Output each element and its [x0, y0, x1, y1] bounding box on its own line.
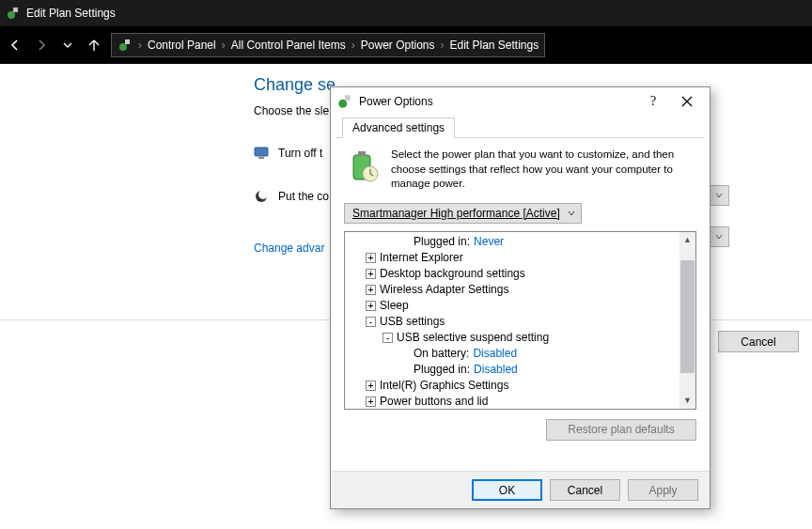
expand-icon[interactable]: + [366, 381, 376, 391]
app-icon [6, 6, 21, 21]
power-options-dialog: Power Options ? Advanced settings Select… [330, 86, 710, 509]
dialog-titlebar[interactable]: Power Options ? [331, 87, 710, 116]
tree-label: Desktop background settings [380, 267, 525, 280]
tree-node-usb-selective-suspend[interactable]: -USB selective suspend setting [349, 330, 695, 346]
expand-icon[interactable]: + [366, 269, 376, 279]
tree-label: Wireless Adapter Settings [380, 283, 508, 296]
tree-label: On battery: [414, 347, 469, 360]
svg-rect-11 [358, 151, 366, 156]
chevron-right-icon: › [138, 39, 142, 52]
cancel-label: Cancel [568, 484, 602, 497]
turn-off-display-label: Turn off t [278, 147, 322, 160]
tree-label: Internet Explorer [380, 251, 463, 264]
ok-label: OK [499, 484, 515, 497]
tab-advanced-settings[interactable]: Advanced settings [342, 117, 455, 138]
collapse-icon[interactable]: - [383, 333, 393, 343]
dialog-tabstrip: Advanced settings [336, 116, 704, 138]
dialog-icon [336, 93, 353, 110]
svg-rect-3 [125, 39, 130, 44]
dialog-title: Power Options [359, 95, 433, 108]
battery-icon [344, 148, 382, 189]
location-icon [117, 38, 133, 53]
tree-label: Plugged in: [414, 363, 470, 376]
tab-label: Advanced settings [352, 121, 445, 134]
svg-rect-4 [255, 148, 268, 156]
nav-toolbar: › Control Panel › All Control Panel Item… [0, 26, 812, 64]
breadcrumb-seg-3[interactable]: Power Options [361, 39, 435, 52]
expand-icon[interactable]: + [366, 301, 376, 311]
back-button[interactable] [6, 36, 24, 54]
recent-locations-button[interactable] [58, 36, 77, 54]
chevron-right-icon: › [440, 39, 444, 52]
dialog-button-row: OK Cancel Apply [331, 471, 710, 508]
power-plan-dropdown[interactable]: Smartmanager High performance [Active] [344, 203, 582, 224]
up-button[interactable] [85, 36, 103, 54]
power-plan-selected: Smartmanager High performance [Active] [352, 207, 560, 220]
tree-label: USB settings [380, 315, 445, 328]
svg-rect-1 [13, 8, 18, 12]
advanced-settings-link[interactable]: Change advar [254, 241, 324, 255]
tree-value[interactable]: Disabled [473, 347, 517, 360]
sleep-dropdown-partial[interactable] [709, 226, 729, 247]
breadcrumb-bar[interactable]: › Control Panel › All Control Panel Item… [111, 33, 545, 57]
breadcrumb-seg-2[interactable]: All Control Panel Items [231, 39, 346, 52]
scroll-thumb[interactable] [680, 260, 695, 373]
tree-label: USB selective suspend setting [397, 331, 549, 344]
tree-value[interactable]: Disabled [474, 363, 518, 376]
chevron-right-icon: › [351, 39, 355, 52]
page-cancel-button[interactable]: Cancel [718, 331, 799, 352]
breadcrumb-seg-4[interactable]: Edit Plan Settings [449, 39, 539, 52]
chevron-down-icon [568, 210, 575, 217]
expand-icon[interactable]: + [366, 397, 376, 407]
tree-label: Sleep [380, 299, 409, 312]
chevron-right-icon: › [222, 39, 226, 52]
tree-label: Power buttons and lid [380, 395, 488, 408]
display-dropdown-partial[interactable] [709, 185, 729, 206]
window-titlebar: Edit Plan Settings [0, 0, 812, 26]
tree-node-intel-graphics[interactable]: +Intel(R) Graphics Settings [349, 378, 695, 394]
tree-node-desktop-background[interactable]: +Desktop background settings [349, 266, 695, 282]
svg-point-8 [338, 100, 347, 108]
svg-rect-5 [258, 157, 264, 159]
tree-node-plugged-in-never[interactable]: Plugged in:Never [349, 234, 695, 250]
svg-rect-9 [345, 95, 351, 101]
tree-node-internet-explorer[interactable]: +Internet Explorer [349, 250, 695, 266]
restore-defaults-label: Restore plan defaults [568, 423, 674, 436]
scroll-down-icon[interactable]: ▼ [679, 393, 695, 409]
moon-icon [254, 189, 269, 204]
help-button[interactable]: ? [636, 90, 670, 113]
scroll-up-icon[interactable]: ▲ [679, 232, 695, 248]
close-button[interactable] [670, 90, 704, 113]
forward-button[interactable] [32, 36, 51, 54]
expand-icon[interactable]: + [366, 253, 376, 263]
tree-scrollbar[interactable]: ▲ ▼ [679, 232, 695, 409]
tree-node-sleep[interactable]: +Sleep [349, 298, 695, 314]
breadcrumb-seg-1[interactable]: Control Panel [148, 39, 216, 52]
page-cancel-label: Cancel [741, 335, 775, 349]
tree-value[interactable]: Never [474, 235, 504, 248]
tree-node-power-buttons-lid[interactable]: +Power buttons and lid [349, 394, 695, 410]
apply-label: Apply [648, 484, 677, 497]
tree-label: Intel(R) Graphics Settings [380, 379, 508, 392]
collapse-icon[interactable]: - [366, 317, 376, 327]
ok-button[interactable]: OK [472, 479, 542, 501]
monitor-icon [254, 146, 269, 161]
window-title: Edit Plan Settings [26, 7, 116, 20]
expand-icon[interactable]: + [366, 285, 376, 295]
svg-point-7 [258, 190, 268, 199]
cancel-button[interactable]: Cancel [550, 479, 620, 501]
svg-point-2 [119, 43, 127, 51]
sleep-label: Put the co [278, 190, 329, 203]
restore-defaults-button[interactable]: Restore plan defaults [546, 419, 696, 441]
tree-node-usb-settings[interactable]: -USB settings [349, 314, 695, 330]
dialog-description: Select the power plan that you want to c… [391, 148, 696, 192]
tree-node-wireless-adapter[interactable]: +Wireless Adapter Settings [349, 282, 695, 298]
tree-node-on-battery[interactable]: On battery:Disabled [349, 346, 695, 362]
settings-tree[interactable]: Plugged in:Never +Internet Explorer +Des… [344, 231, 696, 410]
tree-label: Plugged in: [414, 235, 470, 248]
apply-button[interactable]: Apply [628, 479, 698, 501]
tree-node-plugged-in[interactable]: Plugged in:Disabled [349, 362, 695, 378]
